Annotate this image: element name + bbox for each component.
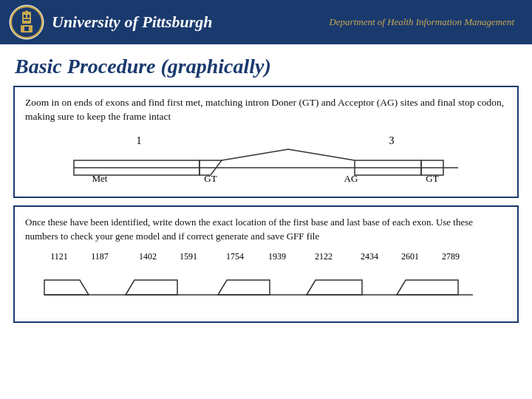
svg-text:1591: 1591 <box>180 251 197 262</box>
svg-text:1: 1 <box>137 135 142 146</box>
header: University of Pittsburgh Department of H… <box>0 0 532 44</box>
svg-marker-33 <box>218 280 270 295</box>
svg-text:1187: 1187 <box>91 251 109 262</box>
box1: Zoom in on ends of exons and find first … <box>13 86 519 198</box>
content-area: Zoom in on ends of exons and find first … <box>0 86 532 338</box>
svg-text:Met: Met <box>92 173 108 184</box>
svg-marker-31 <box>44 280 89 295</box>
svg-rect-5 <box>27 15 30 18</box>
box1-text: Zoom in on ends of exons and find first … <box>25 96 507 124</box>
university-name: University of Pittsburgh <box>52 13 329 32</box>
page-title: Basic Procedure (graphically) <box>0 44 532 86</box>
diagram2-svg: 1121 1187 1402 1591 1754 1939 2122 2434 … <box>25 250 507 310</box>
svg-text:1754: 1754 <box>226 251 244 262</box>
svg-rect-8 <box>24 27 29 31</box>
svg-marker-32 <box>126 280 177 295</box>
svg-text:1402: 1402 <box>139 251 157 262</box>
box2-text: Once these have been identified, write d… <box>25 216 507 244</box>
svg-rect-2 <box>22 12 31 24</box>
svg-text:1121: 1121 <box>50 251 68 262</box>
svg-text:2601: 2601 <box>401 251 419 262</box>
university-logo <box>9 4 44 40</box>
diagram1-svg: 1 3 Met GT AG GT <box>25 134 507 185</box>
svg-text:GT: GT <box>204 173 216 184</box>
box2: Once these have been identified, write d… <box>13 205 519 324</box>
svg-text:2122: 2122 <box>315 251 332 262</box>
svg-text:1939: 1939 <box>268 251 286 262</box>
svg-marker-35 <box>397 280 458 295</box>
department-name: Department of Health Information Managem… <box>329 16 523 28</box>
svg-text:2789: 2789 <box>442 251 460 262</box>
svg-rect-4 <box>24 15 26 18</box>
svg-text:AG: AG <box>344 173 358 184</box>
svg-text:3: 3 <box>389 135 395 146</box>
svg-text:GT: GT <box>426 173 438 184</box>
svg-rect-6 <box>24 19 30 21</box>
svg-marker-34 <box>307 280 362 295</box>
svg-text:2434: 2434 <box>361 251 378 262</box>
